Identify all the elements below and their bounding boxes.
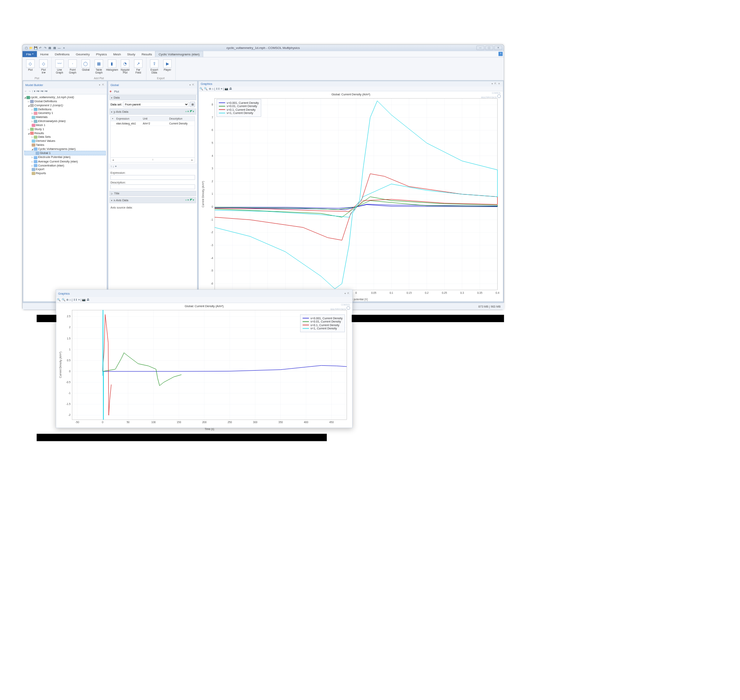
dataset-select[interactable]: From parent [123, 102, 189, 107]
qat-button[interactable]: — [57, 46, 61, 50]
minimize-button[interactable]: — [477, 46, 485, 50]
tree-node[interactable]: Geometry 1 [24, 111, 106, 115]
ribbon-line-graph[interactable]: 〰LineGraph [53, 58, 66, 77]
model-tree[interactable]: cyclic_voltammetry_1d.mph (root)Global D… [23, 95, 107, 177]
menu-physics[interactable]: Physics [93, 51, 110, 57]
tree-node[interactable]: Study 1 [24, 127, 106, 131]
ribbon-export-data[interactable]: ⇪ExportData [148, 58, 160, 77]
svg-text:1: 1 [212, 192, 213, 195]
ribbon-histogram[interactable]: ▮Histogram [106, 58, 118, 77]
close-button[interactable]: ✕ [494, 46, 502, 50]
graphics-toolbar[interactable]: 🔍 🔍 ⊕ ⌂ | ⫿ ⫿ ≡ | 📷 🖶 [56, 297, 352, 303]
svg-text:0.4: 0.4 [496, 291, 499, 294]
tree-node[interactable]: Global Definitions [24, 99, 106, 103]
ribbon-player[interactable]: ▶Player [161, 58, 174, 77]
tree-node[interactable]: Mesh 1 [24, 123, 106, 127]
tree-node[interactable]: Concentration (elan) [24, 163, 106, 167]
tree-node[interactable]: Electroanalysis (elan) [24, 119, 106, 123]
menu-mesh[interactable]: Mesh [110, 51, 124, 57]
title-bar: ▢📁💾↶↷▤▤—× cyclic_voltammetry_1d.mph - CO… [23, 45, 504, 51]
menu-results[interactable]: Results [139, 51, 156, 57]
dataset-goto-button[interactable]: ⊞ [190, 102, 195, 107]
panel-tools[interactable]: ▾ ⇱ [99, 84, 105, 86]
graphics-toolbar[interactable]: 🔍 🔍 ⊕ ⌂ | ⫿ ⫿ ≡ | 📷 🖶 [199, 86, 503, 91]
menu-definitions[interactable]: Definitions [52, 51, 73, 57]
maximize-button[interactable]: ▢ [486, 46, 494, 50]
tree-node[interactable]: cyclic_voltammetry_1d.mph (root) [24, 95, 106, 99]
y-axis-section-header[interactable]: ▾y-Axis Data＋▾ ◤▾ [109, 109, 196, 115]
qat-button[interactable]: ▢ [24, 46, 28, 50]
tree-node[interactable]: Reports [24, 171, 106, 175]
model-builder-toolbar[interactable]: ← → ↑ ▾ ≡▾ ≡▾ ≡▾ [23, 89, 107, 94]
ribbon-point-graph[interactable]: ·PointGraph [66, 58, 79, 77]
panel-tools[interactable]: ▾ ⇱ [345, 292, 350, 295]
qat-button[interactable]: ↶ [38, 46, 42, 50]
tree-node[interactable]: Derived Values [24, 139, 106, 143]
svg-text:2.5: 2.5 [67, 315, 71, 318]
tree-node[interactable]: Average Current Density (elan) [24, 159, 106, 163]
tree-node[interactable]: Results [24, 131, 106, 135]
svg-text:-6: -6 [211, 282, 213, 285]
svg-text:0.15: 0.15 [406, 291, 412, 294]
tree-node[interactable]: Component 1 (comp1) [24, 103, 106, 108]
qat-button[interactable]: 📁 [29, 46, 33, 50]
svg-text:-1.5: -1.5 [66, 403, 71, 405]
menu-home[interactable]: Home [37, 51, 52, 57]
tree-node[interactable]: Definitions [24, 108, 106, 112]
tree-node[interactable]: Export [24, 167, 106, 171]
svg-text:-2: -2 [68, 413, 71, 416]
data-section-header[interactable]: ▾Data [109, 95, 196, 100]
tree-node[interactable]: Cyclic Voltammograms (elan) [24, 147, 106, 151]
svg-text:Current Density (A/m²): Current Density (A/m²) [202, 181, 205, 207]
qat-button[interactable]: ▤ [48, 46, 52, 50]
svg-text:-4: -4 [211, 257, 213, 259]
ribbon-nyquist-plot[interactable]: ◔NyquistPlot [119, 58, 131, 77]
svg-text:0.2: 0.2 [425, 291, 429, 294]
nyquist-plot-icon: ◔ [121, 59, 129, 68]
model-builder-panel: Model Builder▾ ⇱ ← → ↑ ▾ ≡▾ ≡▾ ≡▾ cyclic… [23, 81, 107, 302]
expression-label: Expression: [110, 171, 195, 175]
description-input[interactable] [110, 184, 195, 189]
panel-tools[interactable]: ▾ ⇱ ✕ [492, 82, 501, 85]
expression-input[interactable] [110, 175, 195, 180]
qat-button[interactable]: × [62, 46, 66, 50]
svg-text:0.05: 0.05 [371, 291, 376, 294]
ribbon-plot-in-[interactable]: ◇PlotIn▾ [37, 58, 50, 77]
tree-node[interactable]: Materials [24, 115, 106, 119]
ribbon-global[interactable]: ◯Global [80, 58, 92, 77]
panel-tools[interactable]: ▾ ⇱ [189, 84, 195, 86]
menu-cyclic-voltammograms-elan-[interactable]: Cyclic Voltammograms (elan) [155, 51, 203, 57]
model-builder-title: Model Builder [25, 83, 43, 86]
global-icon: ◯ [82, 59, 90, 68]
qat-button[interactable]: 💾 [34, 46, 38, 50]
tree-node[interactable]: Tables [24, 143, 106, 147]
cv-plot[interactable]: -0.4-0.35-0.3-0.25-0.2-0.15-0.1-0.0500.0… [200, 97, 502, 306]
memory-status: 873 MB | 983 MB [478, 305, 500, 308]
x-axis-section-header[interactable]: ▾x-Axis Data＋▾ ◤▾ [109, 197, 196, 203]
menu-bar: File HomeDefinitionsGeometryPhysicsMeshS… [23, 51, 504, 57]
svg-text:350: 350 [278, 421, 283, 424]
time-plot[interactable]: -50050100150200250300350400450-2-1.5-1-0… [58, 309, 351, 432]
graphics-title: Graphics [58, 292, 70, 295]
menu-geometry[interactable]: Geometry [73, 51, 93, 57]
qat-button[interactable]: ▤ [53, 46, 57, 50]
tree-node[interactable]: Electrode Potential (elan) [24, 156, 106, 160]
svg-text:0.25: 0.25 [442, 291, 447, 294]
y-axis-table[interactable]: ‣ExpressionUnitDescription elan.itotavg_… [110, 116, 195, 162]
tree-node[interactable]: Data Sets [24, 135, 106, 139]
table-graph-icon: ▦ [95, 59, 103, 68]
menu-study[interactable]: Study [124, 51, 139, 57]
title-section-header[interactable]: ▷Title [109, 191, 196, 196]
legend: v=0.001, Current Densityv=0.01, Current … [300, 314, 345, 332]
file-menu[interactable]: File [23, 51, 37, 57]
qat-button[interactable]: ↷ [43, 46, 47, 50]
ribbon-far-field[interactable]: ↗FarField [132, 58, 145, 77]
ribbon-table-graph[interactable]: ▦TableGraph [92, 58, 105, 77]
tree-node[interactable]: Global 1 [24, 151, 106, 155]
player-icon: ▶ [163, 59, 172, 68]
ribbon-plot[interactable]: ◇Plot [24, 58, 37, 77]
help-button[interactable]: ? [498, 52, 502, 56]
description-label: Description: [110, 181, 195, 184]
y-axis-row-tools[interactable]: ↑ ↓ ≡ [108, 163, 197, 169]
svg-text:0: 0 [102, 421, 103, 424]
